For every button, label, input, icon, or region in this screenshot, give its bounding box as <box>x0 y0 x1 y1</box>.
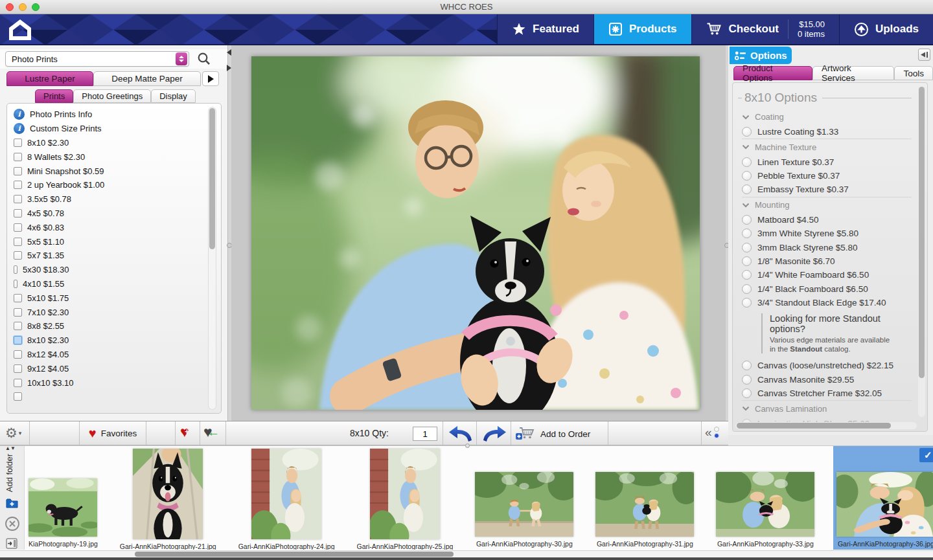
product-checkbox[interactable] <box>14 294 22 302</box>
radio-button[interactable] <box>742 229 752 238</box>
product-checkbox[interactable] <box>14 336 22 344</box>
product-size-item[interactable]: Mini Snapshot $0.59 <box>14 164 221 178</box>
radio-button[interactable] <box>742 185 752 194</box>
nav-tab-products[interactable]: Products <box>593 14 691 44</box>
product-size-item[interactable]: 8x10 $2.30 <box>14 136 221 150</box>
option-radio-item[interactable]: Matboard $4.50 <box>742 213 912 227</box>
nav-tab-featured[interactable]: Featured <box>497 14 593 44</box>
product-size-item[interactable]: 5x30 $18.30 <box>14 263 221 277</box>
radio-button[interactable] <box>742 298 752 308</box>
info-item[interactable]: iCustom Size Prints <box>14 122 221 136</box>
scrollbar-thumb[interactable] <box>135 552 454 557</box>
radio-button[interactable] <box>742 171 752 181</box>
thumbnail[interactable]: KiaPhotography-19.jpg <box>25 446 101 550</box>
product-checkbox[interactable] <box>14 392 22 401</box>
tab-photo-greetings[interactable]: Photo Greetings <box>73 89 151 103</box>
nav-tab-uploads[interactable]: Uploads <box>839 14 933 44</box>
product-checkbox[interactable] <box>14 167 22 175</box>
add-folder-button[interactable] <box>5 497 19 512</box>
product-checkbox[interactable] <box>14 238 22 246</box>
product-size-item[interactable]: 8x10 $2.30 <box>14 333 221 348</box>
collapse-toolbar-button[interactable]: « <box>705 425 719 440</box>
thumbnail-image[interactable] <box>595 472 694 537</box>
thumbnail[interactable]: Gari-AnnKiaPhotography-33.jpg <box>713 446 818 550</box>
product-checkbox[interactable] <box>14 280 17 288</box>
radio-button[interactable] <box>742 215 752 225</box>
preview-photo[interactable] <box>251 56 700 410</box>
filmstrip-scrollbar[interactable] <box>0 550 933 557</box>
option-radio-item[interactable]: 1/8" Masonite $6.70 <box>742 254 912 268</box>
product-checkbox[interactable] <box>14 153 22 161</box>
close-window-button[interactable] <box>6 3 14 11</box>
option-radio-item[interactable]: Canvas (loose/unstretched) $22.15 <box>742 359 912 372</box>
thumbnail-image[interactable] <box>370 449 440 539</box>
import-images-button[interactable] <box>6 538 17 552</box>
tab-prints[interactable]: Prints <box>35 89 73 103</box>
options-horizontal-scrollbar[interactable] <box>735 422 917 429</box>
product-size-item[interactable]: 4x6 $0.83 <box>14 220 221 234</box>
option-radio-item[interactable]: Pebble Texture $0.37 <box>742 169 912 183</box>
product-checkbox[interactable] <box>14 350 22 359</box>
scrollbar-thumb[interactable] <box>919 87 925 378</box>
resize-arrows-icon[interactable]: ▲▼ <box>5 446 16 451</box>
tab-lustre-paper[interactable]: Lustre Paper <box>6 71 93 86</box>
collapse-options-button[interactable] <box>918 49 930 61</box>
scrollbar-thumb[interactable] <box>209 108 215 249</box>
product-size-item[interactable]: 4x5 $0.78 <box>14 207 221 221</box>
option-radio-item[interactable]: 1/4" Black Foamboard $6.50 <box>742 282 912 296</box>
product-checkbox[interactable] <box>14 223 22 232</box>
thumbnail-selected[interactable]: ✓Gari-AnnKiaPhotography-36.jpg <box>833 446 933 550</box>
product-checkbox[interactable] <box>14 195 22 203</box>
favorites-button[interactable]: ♥ Favorites <box>84 423 141 443</box>
radio-button[interactable] <box>742 243 752 252</box>
product-checkbox[interactable] <box>14 265 17 274</box>
product-checkbox[interactable] <box>14 308 22 317</box>
collapse-left-icon[interactable] <box>227 49 231 56</box>
nav-tab-checkout[interactable]: Checkout $15.00 0 items <box>691 14 839 44</box>
thumbnail-image[interactable] <box>836 472 933 537</box>
product-checkbox[interactable] <box>14 379 22 387</box>
option-radio-item[interactable]: Embassy Texture $0.37 <box>742 183 912 196</box>
add-favorite-button[interactable]: ♥ + <box>180 425 196 441</box>
option-radio-item[interactable]: Linen Texture $0.37 <box>742 155 912 168</box>
tab-artwork-services[interactable]: Artwork Services <box>812 66 894 80</box>
quantity-input[interactable] <box>413 427 437 441</box>
product-size-item[interactable]: 10x10 $3.10 <box>14 375 221 390</box>
thumbnail[interactable]: Gari-AnnKiaPhotography-30.jpg <box>472 446 577 550</box>
option-radio-item[interactable]: Canvas Masonite $29.55 <box>742 373 912 386</box>
product-size-item[interactable]: 4x10 $1.55 <box>14 277 221 291</box>
tab-tools[interactable]: Tools <box>894 66 933 80</box>
radio-button[interactable] <box>742 375 752 385</box>
apply-favorite-button[interactable]: ♥ ← <box>203 425 222 441</box>
option-section-header[interactable]: Coating <box>742 109 912 125</box>
radio-button[interactable] <box>742 361 752 370</box>
product-size-item[interactable]: 8x12 $4.05 <box>14 348 221 362</box>
option-radio-item[interactable]: 3mm White Styrene $5.80 <box>742 227 912 240</box>
tab-deep-matte-paper[interactable]: Deep Matte Paper <box>93 71 201 86</box>
redo-button[interactable] <box>481 425 508 443</box>
product-size-item[interactable]: 2 up Yearbook $1.00 <box>14 178 221 192</box>
settings-menu-button[interactable]: ⚙ ▾ <box>5 425 21 442</box>
thumbnail-image[interactable] <box>133 449 203 539</box>
thumbnail[interactable]: Gari-AnnKiaPhotography-24.jpg <box>235 446 338 550</box>
thumbnail-image[interactable] <box>29 478 97 537</box>
product-size-item[interactable]: 8x8 $2.55 <box>14 319 221 333</box>
product-list-scrollbar[interactable] <box>208 107 216 410</box>
thumbnail-image[interactable] <box>251 449 321 539</box>
product-size-item[interactable]: 9x12 $4.05 <box>14 361 221 375</box>
product-size-item[interactable]: 7x10 $2.30 <box>14 305 221 319</box>
zoom-window-button[interactable] <box>32 3 40 11</box>
info-item[interactable]: iPhoto Prints Info <box>14 107 221 122</box>
thumbnail[interactable]: Gari-AnnKiaPhotography-25.jpg <box>354 446 457 550</box>
product-checkbox[interactable] <box>14 139 22 147</box>
expand-right-icon[interactable] <box>227 65 231 71</box>
option-radio-item[interactable]: Canvas Stretcher Frame $32.05 <box>742 386 912 400</box>
radio-button[interactable] <box>742 284 752 294</box>
tab-display[interactable]: Display <box>151 89 196 103</box>
add-to-order-button[interactable]: Add to Order <box>515 425 590 443</box>
product-size-item[interactable]: 8 Wallets $2.30 <box>14 150 221 164</box>
option-radio-item[interactable]: 3/4" Standout Black Edge $17.40 <box>742 296 912 309</box>
product-size-item[interactable]: 5x7 $1.35 <box>14 249 221 263</box>
undo-button[interactable] <box>447 425 474 443</box>
options-vertical-scrollbar[interactable] <box>918 85 925 417</box>
